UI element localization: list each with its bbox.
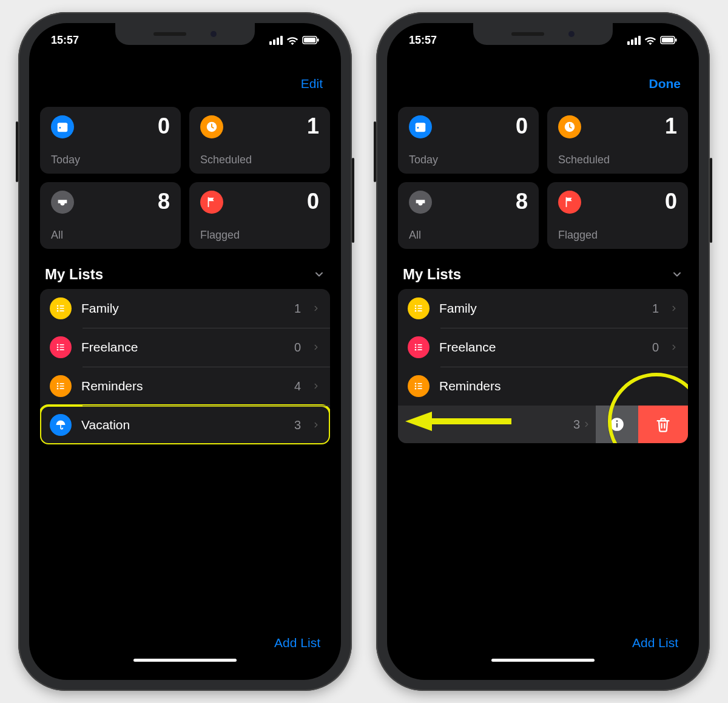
tile-label: Today [409,154,528,166]
list-item-freelance[interactable]: Freelance 0 [398,328,688,367]
my-lists: Family 1 Freelance 0 Reminders [398,289,688,443]
tile-label: All [51,229,170,242]
tile-label: Scheduled [558,154,677,166]
home-indicator[interactable] [491,659,595,662]
section-title: My Lists [45,266,103,283]
annotation-arrow-icon [405,409,514,433]
tile-label: Flagged [558,229,677,242]
svg-marker-20 [405,412,432,431]
chevron-icon [312,343,320,352]
svg-rect-14 [304,38,315,42]
tray-icon [51,191,74,214]
screen: 15:57 Edit 0 Today [29,23,341,680]
list-item-vacation[interactable]: Vacation 3 [40,406,330,444]
tile-count: 1 [307,115,319,137]
screen: 15:57 Done 0 Today [387,23,699,680]
tile-all[interactable]: 8 All [398,182,539,249]
svg-rect-15 [317,39,319,42]
tile-label: All [409,229,528,242]
add-list-button[interactable]: Add List [632,636,678,650]
list-count: 3 [573,418,580,432]
done-button[interactable]: Done [649,76,681,91]
list-count: 0 [652,341,659,355]
list-title: Freelance [81,340,285,355]
tile-today[interactable]: 0 Today [398,107,539,174]
list-count: 1 [652,302,659,316]
tile-count: 8 [158,191,170,212]
battery-icon [302,36,319,44]
collapse-icon[interactable] [671,268,683,280]
list-item-family[interactable]: Family 1 [398,289,688,328]
clock-icon [200,115,223,138]
flag-icon [558,191,581,214]
svg-rect-17 [662,38,673,42]
svg-rect-18 [675,39,677,42]
list-icon [408,336,430,358]
status-time: 15:57 [51,34,79,47]
signal-icon [627,36,641,45]
flag-icon [200,191,223,214]
list-icon [50,336,72,358]
signal-icon [269,36,283,45]
list-count: 3 [294,418,301,432]
tile-count: 8 [516,191,528,212]
list-count: 4 [294,379,301,393]
tile-scheduled[interactable]: 1 Scheduled [189,107,330,174]
umbrella-icon [50,414,72,436]
chevron-icon [312,421,320,429]
smart-lists: 0 Today 1 Scheduled 8 [398,107,688,249]
wifi-icon [286,36,298,45]
list-icon [408,375,430,397]
tile-flagged[interactable]: 0 Flagged [189,182,330,249]
home-indicator[interactable] [133,659,237,662]
battery-icon [660,36,677,44]
tile-today[interactable]: 0 Today [40,107,181,174]
list-title: Freelance [439,340,642,355]
list-title: Family [81,301,285,316]
list-count: 1 [294,302,301,316]
tile-flagged[interactable]: 0 Flagged [547,182,688,249]
list-icon [50,297,72,319]
chevron-icon [312,382,320,390]
tray-icon [409,191,432,214]
notch [115,23,255,45]
my-lists: Family 1 Freelance 0 Reminders 4 [40,289,330,444]
add-list-button[interactable]: Add List [274,636,320,650]
clock-icon [558,115,581,138]
list-icon [408,297,430,319]
tile-label: Today [51,154,170,166]
tile-count: 0 [516,115,528,137]
tile-count: 0 [158,115,170,137]
tile-scheduled[interactable]: 1 Scheduled [547,107,688,174]
list-title: Family [439,301,642,316]
status-time: 15:57 [409,34,437,47]
phone-right: 15:57 Done 0 Today [376,12,710,691]
list-title: Reminders [81,379,285,393]
section-title: My Lists [403,266,461,283]
wifi-icon [644,36,656,45]
list-item-family[interactable]: Family 1 [40,289,330,328]
calendar-icon [409,115,432,138]
tile-all[interactable]: 8 All [40,182,181,249]
tile-label: Scheduled [200,154,319,166]
chevron-icon [670,304,678,313]
phone-left: 15:57 Edit 0 Today [18,12,352,691]
tile-label: Flagged [200,229,319,242]
chevron-icon [670,343,678,352]
smart-lists: 0 Today 1 Scheduled 8 [40,107,330,249]
list-count: 0 [294,341,301,355]
list-item-reminders[interactable]: Reminders 4 [40,367,330,406]
notch [473,23,613,45]
tile-count: 0 [307,191,319,212]
list-item-freelance[interactable]: Freelance 0 [40,328,330,367]
list-icon [50,375,72,397]
list-title: Vacation [81,418,285,432]
edit-button[interactable]: Edit [301,76,323,91]
chevron-icon [312,304,320,313]
tile-count: 1 [665,115,677,137]
collapse-icon[interactable] [313,268,325,280]
calendar-icon [51,115,74,138]
tile-count: 0 [665,191,677,212]
